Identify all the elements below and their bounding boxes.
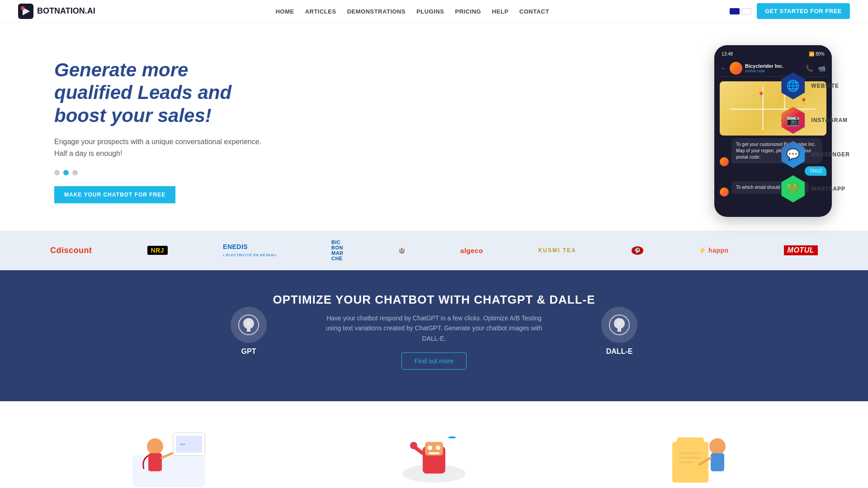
logo-enedis: ENEDISL'ÉLECTRICITÉ EN RÉSEAU bbox=[223, 243, 276, 258]
whatsapp-icon: 💚 bbox=[779, 175, 807, 202]
messenger-label: MESSENGER bbox=[811, 151, 850, 158]
logo-algeco: algeco bbox=[460, 247, 483, 254]
hero-cta-button[interactable]: MAKE YOUR CHATBOT FOR FREE bbox=[54, 186, 175, 203]
back-icon[interactable]: ← bbox=[721, 65, 727, 72]
platform-icons: 🌐 WEBSITE 📷 INSTAGRAM 💬 MESSENGER 💚 WHAT… bbox=[779, 72, 850, 202]
svg-rect-2 bbox=[21, 6, 24, 10]
hero-text: Generate more qualified Leads and boost … bbox=[54, 59, 271, 203]
phone-statusbar: 13:48 📶 80% bbox=[718, 51, 828, 57]
nav-articles[interactable]: ARTICLES bbox=[305, 8, 336, 15]
website-label: WEBSITE bbox=[811, 83, 839, 89]
bottom-card-3 bbox=[654, 419, 745, 488]
navbar: BOTNATION.AI HOME ARTICLES DEMONSTRATION… bbox=[0, 0, 868, 23]
bottom-card-1: </> bbox=[123, 419, 214, 488]
svg-point-6 bbox=[618, 322, 621, 325]
video-icon[interactable]: 📹 bbox=[818, 65, 826, 72]
gpt-icon-container: GPT bbox=[231, 307, 267, 356]
svg-point-18 bbox=[436, 446, 440, 450]
gpt-label: GPT bbox=[241, 347, 256, 356]
chatgpt-icons-row: GPT OPTIMIZE YOUR CHATBOT WITH CHATGPT &… bbox=[231, 293, 637, 370]
logo-icon bbox=[18, 4, 33, 19]
svg-point-4 bbox=[247, 322, 250, 325]
illustration-deploy bbox=[389, 419, 479, 488]
logo-chateau: 🏰 bbox=[399, 248, 406, 253]
phone-contact: Bicyclerider Inc. Active now bbox=[745, 63, 803, 73]
nav-home[interactable]: HOME bbox=[276, 8, 294, 15]
nav-demonstrations[interactable]: DEMONSTRATIONS bbox=[347, 8, 406, 15]
logo-cdiscount: Cdiscount bbox=[50, 246, 92, 255]
dalle-label: DALL-E bbox=[606, 347, 633, 356]
platform-whatsapp: 💚 WHATSAPP bbox=[779, 175, 850, 202]
gpt-svg bbox=[237, 314, 260, 336]
svg-point-17 bbox=[428, 446, 432, 450]
svg-point-8 bbox=[147, 438, 163, 455]
bottom-card-2 bbox=[389, 419, 479, 488]
nav-plugins[interactable]: PLUGINS bbox=[416, 8, 444, 15]
lang-fr[interactable] bbox=[741, 8, 751, 14]
dalle-icon-container: DALL-E bbox=[601, 307, 637, 356]
dot-1[interactable] bbox=[54, 170, 60, 175]
bottom-section: </> bbox=[0, 401, 868, 488]
svg-rect-23 bbox=[677, 437, 704, 446]
website-icon: 🌐 bbox=[779, 72, 807, 99]
phone-time: 13:48 bbox=[722, 52, 733, 56]
map-pin-1: 📍 bbox=[757, 91, 765, 99]
svg-rect-25 bbox=[711, 453, 724, 471]
hero-title: Generate more qualified Leads and boost … bbox=[54, 59, 271, 127]
chatgpt-description: Have your chatbot respond by ChatGPT in … bbox=[321, 313, 547, 343]
dot-3[interactable] bbox=[72, 170, 78, 175]
nav-contact[interactable]: CONTACT bbox=[519, 8, 549, 15]
dalle-icon bbox=[601, 307, 637, 343]
chatgpt-title: OPTIMIZE YOUR CHATBOT WITH CHATGPT & DAL… bbox=[267, 293, 601, 307]
find-out-button[interactable]: Find out more bbox=[401, 352, 467, 370]
chatgpt-section: GPT OPTIMIZE YOUR CHATBOT WITH CHATGPT &… bbox=[0, 270, 868, 401]
svg-rect-9 bbox=[148, 453, 162, 471]
gpt-icon bbox=[231, 307, 267, 343]
chatgpt-text-center: OPTIMIZE YOUR CHATBOT WITH CHATGPT & DAL… bbox=[267, 293, 601, 370]
phone-icon[interactable]: 📞 bbox=[806, 65, 813, 72]
phone-avatar bbox=[730, 62, 742, 75]
logo-happn: ⚡ happn bbox=[698, 247, 728, 254]
nav-help[interactable]: HELP bbox=[492, 8, 509, 15]
platform-website: 🌐 WEBSITE bbox=[779, 72, 850, 99]
instagram-icon: 📷 bbox=[779, 107, 807, 134]
svg-rect-7 bbox=[132, 455, 205, 487]
logo-kusmi: KUSMI TEA bbox=[538, 247, 576, 253]
platform-instagram: 📷 INSTAGRAM bbox=[779, 107, 850, 134]
messenger-icon: 💬 bbox=[779, 141, 807, 168]
phone-and-platforms: 13:48 📶 80% ← Bicyclerider Inc. Active n… bbox=[714, 45, 832, 217]
hero-section: Generate more qualified Leads and boost … bbox=[0, 23, 868, 230]
logo[interactable]: BOTNATION.AI bbox=[18, 4, 95, 19]
logo-motul: MOTUL bbox=[784, 245, 818, 255]
whatsapp-label: WHATSAPP bbox=[811, 186, 845, 192]
logo-arsenal: ⚽ bbox=[632, 246, 644, 255]
phone-actions: 📞 📹 bbox=[806, 65, 826, 72]
phone-contact-name: Bicyclerider Inc. bbox=[745, 63, 803, 69]
nav-links: HOME ARTICLES DEMONSTRATIONS PLUGINS PRI… bbox=[276, 7, 549, 15]
instagram-label: INSTAGRAM bbox=[811, 117, 848, 123]
svg-point-21 bbox=[410, 442, 417, 449]
logo-nrj: NRJ bbox=[147, 246, 168, 255]
svg-point-24 bbox=[709, 438, 726, 455]
logos-strip: Cdiscount NRJ ENEDISL'ÉLECTRICITÉ EN RÉS… bbox=[0, 230, 868, 270]
nav-right: GET STARTED FOR FREE bbox=[730, 3, 850, 19]
platform-messenger: 💬 MESSENGER bbox=[779, 141, 850, 168]
phone-battery: 📶 80% bbox=[809, 52, 825, 56]
hero-subtitle: Engage your prospects with a unique conv… bbox=[54, 136, 271, 159]
chat-bot-avatar-2 bbox=[720, 188, 729, 197]
lang-toggle bbox=[730, 8, 751, 14]
dalle-svg bbox=[608, 314, 631, 336]
lang-en[interactable] bbox=[730, 8, 740, 14]
nav-cta-button[interactable]: GET STARTED FOR FREE bbox=[757, 3, 850, 19]
svg-text:</>: </> bbox=[180, 442, 185, 446]
dot-2[interactable] bbox=[63, 170, 69, 175]
illustration-analyse bbox=[654, 419, 745, 488]
illustration-build: </> bbox=[123, 419, 214, 488]
logo-boulanger: BICBONMARCHÉ bbox=[331, 239, 344, 261]
nav-pricing[interactable]: PRICING bbox=[455, 8, 481, 15]
hero-dots bbox=[54, 170, 271, 175]
chat-bot-avatar bbox=[720, 157, 729, 166]
svg-rect-19 bbox=[429, 452, 439, 454]
